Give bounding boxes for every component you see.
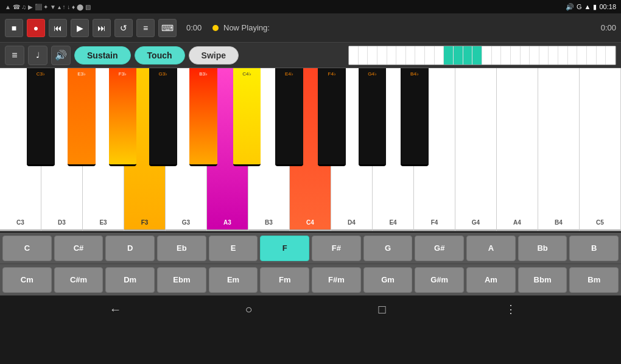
chord-Em[interactable]: Em — [209, 267, 258, 293]
playing-indicator — [212, 25, 219, 31]
battery-icon: ▮ — [593, 3, 597, 11]
black-key-b3b[interactable]: B3♭ — [189, 68, 217, 166]
stop-button[interactable]: ■ — [5, 19, 23, 37]
mini-key — [577, 46, 587, 65]
volume-icon: 🔊 — [566, 3, 574, 11]
mini-key-active — [472, 46, 482, 65]
chord-F[interactable]: F — [260, 236, 309, 261]
mini-key — [415, 46, 425, 65]
record-button[interactable]: ● — [27, 19, 45, 37]
chord-Ebm[interactable]: Ebm — [157, 267, 206, 293]
white-key-c5[interactable]: C5 — [580, 68, 621, 231]
mini-key-active — [454, 46, 463, 65]
wifi-icon: ▲ — [584, 3, 591, 10]
mini-key — [387, 46, 397, 65]
chord-Csm[interactable]: C#m — [54, 267, 103, 293]
play-button[interactable]: ▶ — [71, 19, 89, 37]
chord-Cm[interactable]: Cm — [2, 267, 52, 293]
time-right: 0:00 — [601, 23, 616, 32]
chord-Gsm[interactable]: G#m — [415, 267, 464, 293]
mini-key — [587, 46, 597, 65]
nav-bar: ← ○ □ ⋮ — [0, 296, 621, 323]
mini-key — [597, 46, 606, 65]
black-key-g4s[interactable]: G4♭ — [359, 68, 387, 166]
black-key-f3s[interactable]: F3♭ — [109, 68, 137, 166]
white-key-b4[interactable]: B4 — [538, 68, 580, 231]
mini-key — [539, 46, 549, 65]
touch-tab[interactable]: Touch — [135, 46, 185, 65]
mini-key — [530, 46, 539, 65]
status-icons-right: 🔊 G ▲ ▮ 00:18 — [566, 3, 616, 11]
black-key-c3s[interactable]: C3♭ — [27, 68, 55, 166]
back-button[interactable]: ← — [103, 300, 128, 318]
mini-key — [349, 46, 359, 65]
black-key-c4s[interactable]: C4♭ — [233, 68, 261, 166]
eq-button[interactable]: ≡ — [136, 19, 155, 37]
black-key-e3b[interactable]: E3♭ — [68, 68, 96, 166]
mini-key — [606, 46, 616, 65]
chord-Bb[interactable]: Bb — [518, 236, 567, 261]
black-key-f4s[interactable]: F4♭ — [318, 68, 346, 166]
sustain-tab[interactable]: Sustain — [74, 46, 131, 65]
mini-key-active — [463, 46, 473, 65]
chord-Gs[interactable]: G# — [415, 236, 464, 261]
piano-section: C3 D3 E3 F3 G3 A3 B3 C4 D4 E4 F4 G4 A4 B… — [0, 68, 621, 233]
options-button[interactable]: ⋮ — [503, 302, 518, 317]
chord-A[interactable]: A — [466, 236, 516, 261]
chord-Eb[interactable]: Eb — [157, 236, 206, 261]
chord-Bbm[interactable]: Bbm — [518, 267, 567, 293]
mini-key — [549, 46, 558, 65]
mini-piano-inner — [349, 46, 616, 65]
mini-key — [558, 46, 568, 65]
now-playing-area: 0:00 Now Playing: 0:00 — [186, 23, 616, 32]
controls-row: ≡ ♩ 🔊 Sustain Touch Swipe #mini-piano-in… — [0, 43, 621, 68]
status-bar: ▲ ☎ ♫ ▶ ⬛ ✦ ▼ ▴ ↑ ↓ ♦ ⬤ ▧ 🔊 G ▲ ▮ 00:18 — [0, 0, 621, 13]
mini-key — [425, 46, 435, 65]
chord-D[interactable]: D — [105, 236, 155, 261]
mini-key — [511, 46, 521, 65]
recent-button[interactable]: □ — [370, 300, 395, 318]
time-left: 0:00 — [186, 23, 208, 32]
mini-key — [568, 46, 578, 65]
menu-button[interactable]: ≡ — [5, 46, 24, 65]
home-button[interactable]: ○ — [237, 300, 261, 318]
chord-Fs[interactable]: F# — [312, 236, 361, 261]
chord-row: C C# D Eb E F F# G G# A Bb B — [0, 233, 621, 264]
chord-Bm[interactable]: Bm — [569, 267, 619, 293]
signal-icon: G — [577, 3, 582, 10]
mini-key — [368, 46, 377, 65]
chord-Gm[interactable]: Gm — [363, 267, 413, 293]
status-icons-left: ▲ ☎ ♫ ▶ ⬛ ✦ ▼ ▴ ↑ ↓ ♦ ⬤ ▧ — [5, 4, 91, 10]
mini-key — [406, 46, 416, 65]
tempo-button[interactable]: ♩ — [28, 46, 47, 65]
mini-key-active — [444, 46, 454, 65]
mini-key — [492, 46, 502, 65]
chord-Cs[interactable]: C# — [54, 236, 103, 261]
mini-key — [396, 46, 406, 65]
skip-button[interactable]: ⏭ — [93, 19, 111, 37]
chord-C[interactable]: C — [2, 236, 52, 261]
chord-Fsm[interactable]: F#m — [312, 267, 361, 293]
chord-G[interactable]: G — [363, 236, 413, 261]
mini-key — [359, 46, 368, 65]
chord-B[interactable]: B — [569, 236, 619, 261]
chord-Dm[interactable]: Dm — [105, 267, 155, 293]
mini-piano: #mini-piano-inner { display:flex; width:… — [348, 46, 616, 65]
black-key-e4b[interactable]: E4♭ — [275, 68, 303, 166]
black-key-b4b[interactable]: B4♭ — [401, 68, 429, 166]
rewind-button[interactable]: ⏮ — [49, 19, 67, 37]
black-key-g3s[interactable]: G3♭ — [149, 68, 177, 166]
white-keys: C3 D3 E3 F3 G3 A3 B3 C4 D4 E4 F4 G4 A4 B… — [0, 68, 621, 231]
chord-Am[interactable]: Am — [466, 267, 516, 293]
white-key-g4[interactable]: G4 — [455, 68, 497, 231]
mini-key — [521, 46, 530, 65]
white-key-a4[interactable]: A4 — [497, 68, 538, 231]
volume-button[interactable]: 🔊 — [51, 46, 71, 65]
mini-key — [435, 46, 444, 65]
minor-row: Cm C#m Dm Ebm Em Fm F#m Gm G#m Am Bbm Bm — [0, 264, 621, 296]
chord-Fm[interactable]: Fm — [260, 267, 309, 293]
keyboard-button[interactable]: ⌨ — [158, 19, 177, 37]
swipe-tab[interactable]: Swipe — [189, 46, 239, 65]
chord-E[interactable]: E — [209, 236, 258, 261]
loop-button[interactable]: ↺ — [114, 19, 133, 37]
